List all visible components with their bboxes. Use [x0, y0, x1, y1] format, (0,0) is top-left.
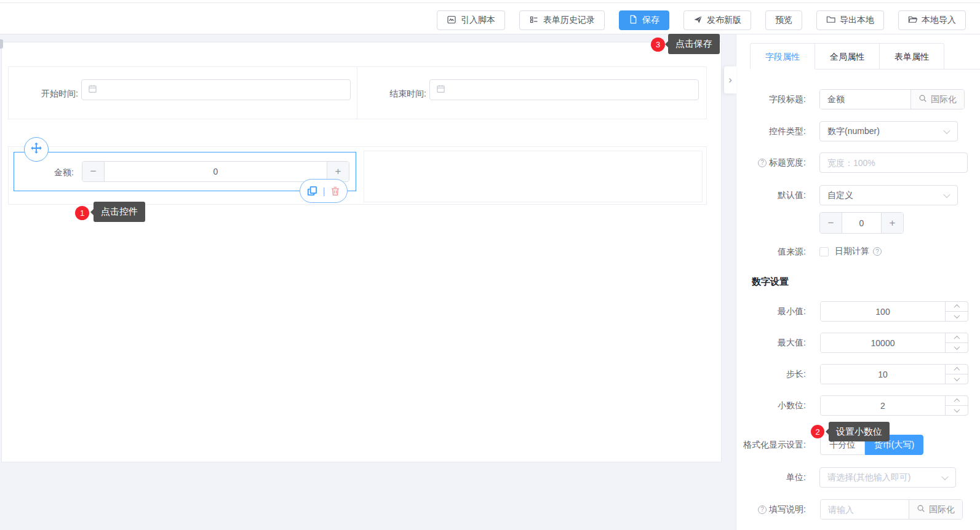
toolbar: 引入脚本 表单历史记录 保存 发布新版 预览 导出本地	[437, 10, 966, 30]
control-type-value: 数字(number)	[827, 126, 880, 137]
spinner	[945, 365, 968, 384]
control-type-select[interactable]: 数字(number)	[819, 121, 958, 141]
default-value-text: 自定义	[827, 190, 853, 201]
chevron-down-icon	[954, 406, 960, 413]
spin-up-button[interactable]	[946, 302, 968, 312]
default-value-input[interactable]	[842, 213, 881, 233]
tab-field-props[interactable]: 字段属性	[750, 43, 815, 69]
form-row-amount: 金额: − + |	[8, 146, 707, 205]
control-actions-pill: |	[300, 179, 348, 203]
spin-down-button[interactable]	[946, 343, 968, 352]
spin-up-button[interactable]	[946, 396, 968, 406]
copy-control-icon[interactable]	[306, 185, 318, 197]
chevron-down-icon	[941, 473, 948, 480]
control-type-label: 控件类型:	[736, 121, 806, 141]
empty-cell[interactable]	[364, 151, 703, 202]
form-history-label: 表单历史记录	[543, 15, 595, 26]
preview-button[interactable]: 预览	[765, 10, 802, 30]
unit-select[interactable]: 请选择(其他输入即可)	[819, 467, 956, 488]
panel-collapse-handle[interactable]: ›	[724, 66, 736, 93]
end-time-label: 结束时间:	[362, 87, 426, 100]
field-title-input[interactable]	[820, 90, 910, 109]
spinner	[945, 396, 968, 415]
spinner	[945, 302, 968, 321]
amount-value-input[interactable]	[105, 162, 327, 181]
step-badge-1: 1	[75, 206, 89, 220]
preview-label: 预览	[775, 15, 792, 26]
script-icon	[447, 15, 456, 26]
title-width-input[interactable]	[819, 152, 968, 173]
date-calc-checkbox[interactable]	[819, 247, 829, 256]
tab-global-props[interactable]: 全局属性	[815, 43, 880, 69]
spin-down-button[interactable]	[946, 374, 968, 384]
decrease-button[interactable]: −	[820, 213, 842, 233]
calendar-icon	[436, 84, 445, 96]
start-time-date-input[interactable]	[81, 79, 351, 100]
chevron-up-icon	[954, 398, 960, 405]
pill-divider: |	[323, 186, 325, 196]
form-history-button[interactable]: 表单历史记录	[519, 10, 605, 30]
question-circle-icon: ?	[758, 505, 767, 514]
fill-note-group: 国际化	[820, 499, 963, 520]
i18n-button[interactable]: 国际化	[909, 500, 962, 519]
publish-label: 发布新版	[707, 15, 741, 26]
spin-down-button[interactable]	[946, 312, 968, 321]
date-calc-option: 日期计算 ?	[835, 246, 882, 257]
min-value-input[interactable]	[821, 302, 945, 321]
export-local-label: 导出本地	[840, 15, 874, 26]
unit-placeholder: 请选择(其他输入即可)	[827, 472, 910, 483]
value-source-label: 值来源:	[736, 243, 806, 261]
delete-control-icon[interactable]	[330, 186, 341, 197]
max-value-field	[820, 333, 968, 353]
spin-down-button[interactable]	[946, 406, 968, 415]
spin-up-button[interactable]	[946, 333, 968, 343]
properties-panel: › 字段属性 全局属性 表单属性 字段标题: 国际化 控件类型: 数字(numb…	[736, 34, 980, 530]
chevron-down-icon	[943, 191, 950, 197]
i18n-label: 国际化	[931, 94, 957, 105]
increase-button[interactable]: +	[881, 213, 903, 233]
decimal-places-field	[820, 395, 968, 416]
cell-divider	[357, 67, 357, 119]
number-settings-title: 数字设置	[752, 276, 789, 288]
tab-form-props[interactable]: 表单属性	[880, 43, 944, 69]
end-time-date-input[interactable]	[429, 79, 699, 100]
drag-handle[interactable]	[24, 137, 49, 162]
spinner	[945, 333, 968, 352]
import-local-button[interactable]: 本地导入	[898, 10, 966, 30]
step-badge-3: 3	[651, 38, 665, 52]
save-button[interactable]: 保存	[619, 10, 669, 30]
search-icon	[917, 504, 925, 515]
chevron-down-icon	[954, 344, 960, 350]
unit-label: 单位:	[736, 467, 806, 488]
i18n-button[interactable]: 国际化	[910, 90, 964, 109]
start-time-label: 开始时间:	[14, 87, 78, 100]
fill-note-input[interactable]	[821, 500, 909, 519]
step-size-field	[820, 364, 968, 384]
form-row-datetime: 开始时间: 结束时间:	[8, 66, 707, 119]
default-value-select[interactable]: 自定义	[819, 185, 958, 205]
field-title-label: 字段标题:	[736, 89, 806, 109]
step-tooltip-3: 点击保存	[668, 34, 720, 54]
chevron-down-icon	[943, 127, 950, 133]
import-script-button[interactable]: 引入脚本	[437, 10, 505, 30]
publish-button[interactable]: 发布新版	[683, 10, 751, 30]
chevron-up-icon	[954, 336, 960, 342]
amount-label: 金额:	[44, 166, 74, 178]
default-value-stepper: − +	[819, 212, 904, 234]
title-width-label: ? 标题宽度:	[736, 152, 806, 173]
chevron-right-icon: ›	[728, 74, 732, 86]
left-edge-handle[interactable]	[0, 39, 3, 49]
import-script-label: 引入脚本	[461, 15, 495, 26]
spin-up-button[interactable]	[946, 365, 968, 374]
export-local-button[interactable]: 导出本地	[816, 10, 884, 30]
history-list-icon	[529, 15, 539, 26]
max-value-input[interactable]	[821, 333, 945, 352]
step-size-label: 步长:	[736, 364, 806, 384]
date-calc-label: 日期计算	[835, 246, 869, 257]
decrease-button[interactable]: −	[82, 162, 105, 181]
decimal-places-input[interactable]	[821, 396, 945, 415]
decimal-places-label: 小数位:	[736, 395, 806, 416]
question-circle-icon: ?	[873, 247, 882, 256]
folder-open-icon	[908, 15, 917, 26]
step-size-input[interactable]	[821, 365, 945, 384]
